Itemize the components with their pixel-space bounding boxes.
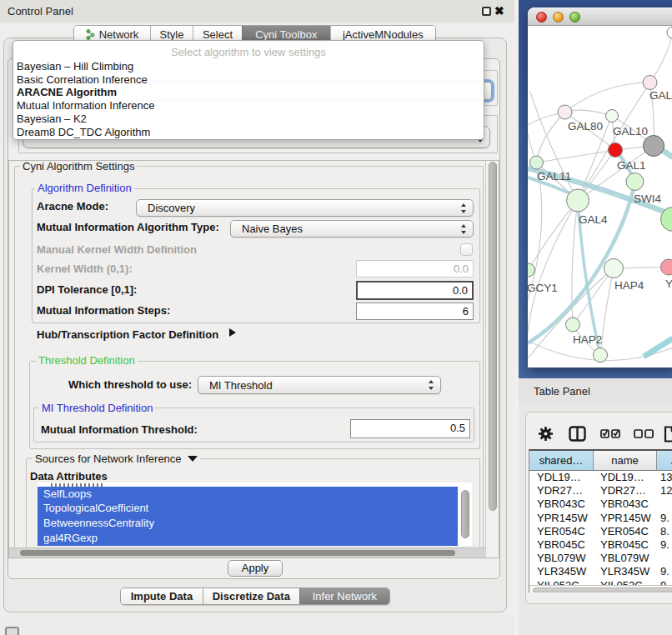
network-window-titlebar[interactable]	[528, 8, 672, 26]
table-row[interactable]: YPR145W YPR145W 9.	[529, 512, 672, 525]
node[interactable]	[667, 27, 672, 38]
table-row[interactable]: YBR045C YBR045C 9.	[529, 538, 672, 552]
node-label: GAL80	[568, 120, 603, 132]
kernel-width-field[interactable]: 0.0	[356, 260, 474, 278]
combo-arrows-icon	[461, 224, 467, 234]
settings-horizontal-scrollbar[interactable]	[9, 548, 486, 558]
aracne-mode-label: Aracne Mode:	[37, 201, 108, 212]
list-item[interactable]: SelfLoops	[38, 487, 472, 502]
tab-impute-data[interactable]: Impute Data	[121, 588, 203, 604]
control-panel-titlebar: Control Panel ✖	[0, 0, 514, 22]
node-hap2[interactable]	[566, 318, 580, 332]
float-window-icon[interactable]	[482, 7, 491, 16]
dropdown-item[interactable]: Dream8 DC_TDC Algorithm	[17, 126, 150, 139]
mac-zoom-icon[interactable]	[569, 12, 580, 22]
mi-steps-field[interactable]: 6	[356, 302, 474, 320]
table-header: shared… name A	[529, 451, 672, 471]
table-horizontal-scrollbar[interactable]	[529, 585, 672, 592]
select-all-icon[interactable]	[600, 429, 621, 438]
sources-group-title[interactable]: Sources for Network Inference	[33, 453, 200, 464]
table-row[interactable]: YBL079W YBL079W	[529, 552, 672, 565]
node-attribute-table: shared… name A YDL19… YDL19… 13 YDR27… Y…	[529, 449, 672, 592]
close-window-icon[interactable]: ✖	[494, 0, 504, 22]
node-hap4[interactable]	[604, 259, 624, 278]
unselect-all-icon[interactable]	[634, 429, 654, 438]
algorithm-dropdown-popup: Select algorithm to view settings Bayesi…	[13, 40, 484, 140]
dpi-tolerance-label: DPI Tolerance [0,1]:	[37, 284, 137, 296]
list-scrollbar-thumb[interactable]	[461, 490, 469, 538]
node-bottom[interactable]	[594, 348, 608, 362]
mi-algorithm-type-combobox[interactable]: Naive Bayes	[230, 220, 474, 238]
split-view-icon[interactable]	[569, 426, 586, 442]
dropdown-item[interactable]: Bayesian – K2	[17, 112, 87, 126]
node-gal[interactable]	[643, 76, 657, 90]
gear-icon[interactable]	[538, 426, 554, 442]
mac-close-icon[interactable]	[536, 12, 547, 22]
dropdown-item-selected[interactable]: ARACNE Algorithm	[17, 86, 117, 99]
node-gal11[interactable]	[530, 156, 544, 169]
table-body: YDL19… YDL19… 13 YDR27… YDR27… 12 YBR043…	[529, 471, 672, 585]
network-canvas[interactable]: GAL GAL80 GAL10 GAL1 GAL11 SWI4 GAL4 GCY…	[528, 26, 672, 368]
dropdown-item[interactable]: Basic Correlation Inference	[17, 73, 148, 87]
application: Control Panel ✖ Cyni	[0, 0, 672, 635]
mi-threshold-field[interactable]: 0.5	[350, 419, 470, 438]
table-panel-card: shared… name A YDL19… YDL19… 13 YDR27… Y…	[525, 412, 672, 604]
table-horizontal-scrollbar-thumb[interactable]	[533, 588, 672, 592]
dpi-tolerance-field[interactable]: 0.0	[356, 281, 474, 300]
control-panel-window: Control Panel ✖ Cyni	[0, 0, 514, 614]
node-gal4[interactable]	[567, 189, 589, 212]
table-row[interactable]: YBR043C YBR043C	[529, 498, 672, 511]
sources-title-text: Sources for Network Inference	[35, 453, 182, 464]
document-icon[interactable]	[664, 426, 672, 442]
table-row[interactable]: YDR27… YDR27… 12	[529, 484, 672, 498]
network-view-window: GAL GAL80 GAL10 GAL1 GAL11 SWI4 GAL4 GCY…	[528, 8, 672, 368]
dropdown-item[interactable]: Mutual Information Inference	[17, 99, 154, 112]
list-item[interactable]: TopologicalCoefficient	[38, 501, 472, 516]
data-attributes-list[interactable]: SelfLoops TopologicalCoefficient Between…	[38, 482, 472, 546]
node-gcy1[interactable]	[528, 263, 535, 277]
node-swi4[interactable]	[626, 173, 644, 191]
data-attributes-label: Data Attributes	[30, 471, 108, 482]
tab-discretize-data[interactable]: Discretize Data	[203, 588, 299, 604]
node-gal80[interactable]	[558, 105, 572, 119]
table-row[interactable]: YER054C YER054C 8.	[529, 525, 672, 538]
mi-steps-label: Mutual Information Steps:	[37, 305, 170, 317]
node-gal10[interactable]	[606, 110, 619, 122]
mac-minimize-icon[interactable]	[553, 12, 564, 22]
mi-algorithm-type-label: Mutual Information Algorithm Type:	[37, 222, 219, 233]
node-label: GAL11	[537, 170, 571, 182]
settings-horizontal-scrollbar-thumb[interactable]	[20, 550, 455, 556]
table-row[interactable]: YLR345W YLR345W 9.	[529, 565, 672, 578]
dropdown-placeholder[interactable]: Select algorithm to view settings	[13, 46, 484, 58]
column-header-third[interactable]: A	[657, 451, 672, 471]
table-row[interactable]: YDL19… YDL19… 13	[529, 471, 672, 484]
mi-threshold-label: Mutual Information Threshold:	[41, 424, 198, 436]
node-gal1[interactable]	[609, 143, 623, 158]
list-item[interactable]: BetweennessCentrality	[38, 516, 472, 531]
node-label: Y	[665, 278, 672, 290]
list-item[interactable]: gal4RGexp	[38, 531, 472, 546]
combo-arrows-icon	[429, 380, 434, 390]
column-header-shared-name[interactable]: shared…	[529, 451, 594, 471]
list-scrollbar[interactable]	[458, 482, 472, 546]
table-row[interactable]: YIL052C YIL052C 9	[529, 579, 672, 586]
aracne-mode-combobox[interactable]: Discovery	[136, 199, 474, 217]
dropdown-item[interactable]: Bayesian – Hill Climbing	[17, 60, 133, 73]
node-pink-right[interactable]	[661, 259, 672, 275]
node-label: HAP2	[573, 333, 602, 346]
table-panel-titlebar: Table Panel	[519, 378, 672, 403]
node-gray[interactable]	[644, 136, 664, 157]
apply-button[interactable]: Apply	[228, 560, 283, 577]
column-header-name[interactable]: name	[594, 451, 657, 471]
tab-infer-network[interactable]: Infer Network	[299, 588, 389, 604]
settings-vertical-scrollbar-thumb[interactable]	[489, 162, 497, 511]
network-node-labels: GAL GAL80 GAL10 GAL1 GAL11 SWI4 GAL4 GCY…	[528, 89, 672, 346]
settings-vertical-scrollbar[interactable]	[485, 161, 499, 558]
cyni-algorithm-settings-title: Cyni Algorithm Settings	[20, 161, 137, 172]
node-label: GAL1	[617, 159, 646, 172]
manual-kernel-width-checkbox[interactable]	[460, 243, 473, 256]
which-threshold-combobox[interactable]: MI Threshold	[198, 376, 441, 394]
combo-arrows-icon	[461, 203, 467, 213]
threshold-definition-title: Threshold Definition	[36, 355, 138, 366]
expand-arrow-icon[interactable]	[229, 328, 236, 337]
